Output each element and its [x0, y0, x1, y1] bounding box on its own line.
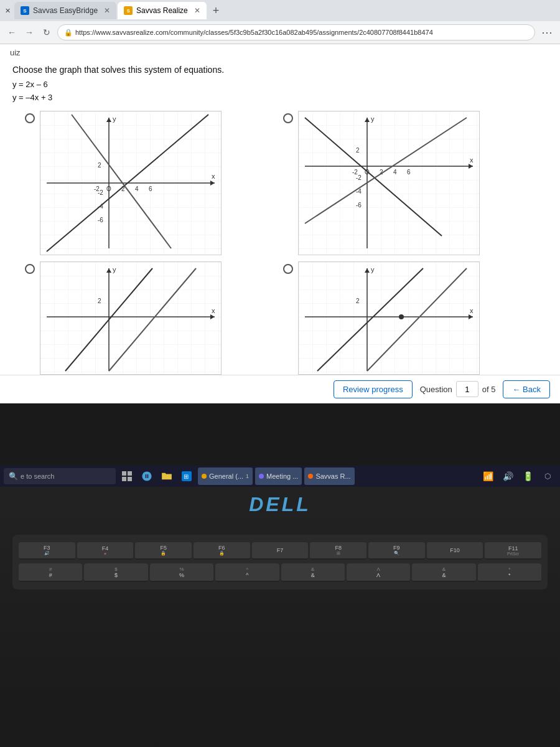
key-f9[interactable]: F9 🔍 — [368, 542, 425, 560]
key-hash[interactable]: ## — [19, 563, 82, 582]
taskbar-folder-icon[interactable] — [158, 467, 175, 485]
key-f8[interactable]: F8 ⊞ — [310, 542, 366, 560]
radio-a[interactable] — [25, 113, 35, 123]
svg-rect-63 — [122, 477, 126, 481]
taskbar-search-text: e to search — [21, 472, 54, 480]
number-row: ## $$ %% ^^ && ΛΛ && ** — [19, 563, 541, 582]
taskbar-edge-icon[interactable] — [138, 467, 156, 485]
svg-text:-6: -6 — [356, 202, 362, 209]
svg-text:-6: -6 — [98, 217, 103, 223]
bottom-bar: Review progress Question of 5 ← Back — [0, 375, 560, 403]
svg-text:6: 6 — [407, 169, 411, 176]
bluetooth-icon[interactable]: ⬡ — [539, 467, 556, 485]
graph-option-c[interactable]: x y 2 — [25, 261, 277, 375]
svg-text:-2: -2 — [356, 174, 362, 181]
svg-rect-39 — [40, 262, 221, 374]
question-label: Question — [420, 385, 452, 394]
realize-favicon: S — [124, 6, 133, 15]
key-f6[interactable]: F6 🔒 — [194, 542, 250, 560]
review-progress-button[interactable]: Review progress — [334, 380, 413, 398]
tab-easybridge[interactable]: S Savvas EasyBridge ✕ — [14, 2, 116, 19]
graph-b-svg: x y -2 O 2 4 6 2 -2 -4 -6 — [299, 111, 479, 255]
radio-d[interactable] — [283, 264, 293, 274]
graph-a-svg: x y -2 O 2 4 6 2 -2 -4 -6 — [40, 111, 221, 255]
address-field[interactable]: 🔒 https://www.savvasrealize.com/communit… — [57, 24, 535, 40]
tab-bar: ✕ S Savvas EasyBridge ✕ S Savvas Realize… — [0, 0, 560, 21]
url-text: https://www.savvasrealize.com/community/… — [75, 29, 433, 36]
radio-c[interactable] — [25, 264, 35, 274]
svg-point-60 — [399, 314, 404, 319]
network-icon[interactable]: 📶 — [479, 467, 497, 485]
key-f7[interactable]: F7 — [252, 542, 309, 560]
battery-icon[interactable]: 🔋 — [519, 467, 536, 485]
key-f11[interactable]: F11 PrtScr — [485, 542, 541, 560]
taskbar-search[interactable]: 🔍 e to search — [4, 468, 116, 484]
equations: y = 2x – 6 y = –4x + 3 — [12, 78, 548, 105]
svg-text:2: 2 — [98, 162, 101, 169]
svg-rect-61 — [122, 471, 126, 476]
key-caret[interactable]: ^^ — [215, 563, 279, 582]
graph-option-b[interactable]: x y -2 O 2 4 6 2 -2 -4 -6 — [283, 111, 535, 255]
graph-option-d[interactable]: x y 2 — [283, 261, 535, 375]
taskbar-sys-tray: 📶 🔊 🔋 ⬡ — [479, 467, 556, 485]
equation1: y = 2x – 6 — [12, 80, 48, 89]
key-f10[interactable]: F10 — [427, 542, 483, 560]
question-number-input[interactable] — [456, 381, 478, 397]
svg-text:y: y — [113, 115, 116, 123]
close-easybridge-tab[interactable]: ✕ — [104, 6, 110, 15]
browser-chrome: ✕ S Savvas EasyBridge ✕ S Savvas Realize… — [0, 0, 560, 44]
graph-c: x y 2 — [40, 261, 222, 375]
key-ampersand2[interactable]: && — [412, 563, 475, 582]
question-nav: Question of 5 — [420, 381, 496, 397]
question-area: Choose the graph that solves this system… — [0, 59, 560, 375]
volume-icon[interactable]: 🔊 — [499, 467, 516, 485]
tab-realize[interactable]: S Savvas Realize ✕ — [118, 2, 207, 19]
taskbar-store-icon[interactable]: ⊞ — [178, 467, 195, 485]
taskbar-app-meeting[interactable]: Meeting ... — [255, 467, 302, 485]
key-dollar[interactable]: $$ — [84, 563, 147, 582]
back-button[interactable]: ← Back — [503, 380, 550, 398]
new-tab-button[interactable]: + — [208, 4, 225, 17]
svg-rect-62 — [128, 471, 132, 476]
svg-text:4: 4 — [135, 186, 139, 192]
key-amp[interactable]: && — [281, 563, 345, 582]
window-close[interactable]: ✕ — [2, 7, 13, 15]
key-f3[interactable]: F3 🔊 — [19, 542, 75, 560]
key-percent[interactable]: %% — [150, 563, 213, 582]
taskbar-app-general[interactable]: General (... 1 — [198, 467, 253, 485]
graphs-container: x y -2 O 2 4 6 2 -2 -4 -6 — [12, 111, 548, 375]
taskbar-system-icons: ⊞ — [118, 467, 195, 485]
taskbar: 🔍 e to search ⊞ General (... 1 Meeting .… — [0, 466, 560, 487]
svg-rect-64 — [128, 477, 132, 481]
question-text: Choose the graph that solves this system… — [12, 65, 548, 75]
svg-text:y: y — [371, 115, 375, 123]
taskbar-windows-btn[interactable] — [118, 467, 136, 485]
svg-text:y: y — [113, 266, 116, 273]
svg-text:6: 6 — [149, 186, 152, 192]
back-nav-btn[interactable]: ← — [5, 26, 19, 39]
svg-text:-2: -2 — [98, 189, 103, 196]
fn-key-row: F3 🔊 F4 × F5 🔒 F6 🔒 F7 F8 ⊞ — [19, 542, 541, 560]
close-realize-tab[interactable]: ✕ — [194, 6, 200, 15]
graph-b: x y -2 O 2 4 6 2 -2 -4 -6 — [298, 111, 480, 255]
of-label: of 5 — [482, 385, 496, 394]
general-app-dot — [202, 474, 207, 479]
graph-option-a[interactable]: x y -2 O 2 4 6 2 -2 -4 -6 — [25, 111, 277, 255]
dell-logo: DELL — [249, 493, 311, 516]
svg-text:x: x — [470, 307, 474, 314]
key-star[interactable]: ** — [478, 563, 541, 582]
quiz-label: uiz — [0, 44, 560, 59]
reload-btn[interactable]: ↻ — [40, 26, 54, 39]
key-f5[interactable]: F5 🔒 — [135, 542, 192, 560]
forward-nav-btn[interactable]: → — [22, 26, 36, 39]
svg-text:2: 2 — [356, 147, 360, 154]
more-options-btn[interactable]: ⋯ — [539, 26, 555, 39]
taskbar-app-savvas[interactable]: Savvas R... — [304, 467, 354, 485]
meeting-app-dot — [259, 474, 264, 479]
easybridge-tab-label: Savvas EasyBridge — [33, 6, 98, 15]
key-asterisk[interactable]: ΛΛ — [347, 563, 410, 582]
page-content: uiz Choose the graph that solves this sy… — [0, 44, 560, 403]
keyboard-area: F3 🔊 F4 × F5 🔒 F6 🔒 F7 F8 ⊞ — [12, 535, 548, 590]
radio-b[interactable] — [283, 113, 293, 123]
key-f4[interactable]: F4 × — [77, 542, 134, 560]
